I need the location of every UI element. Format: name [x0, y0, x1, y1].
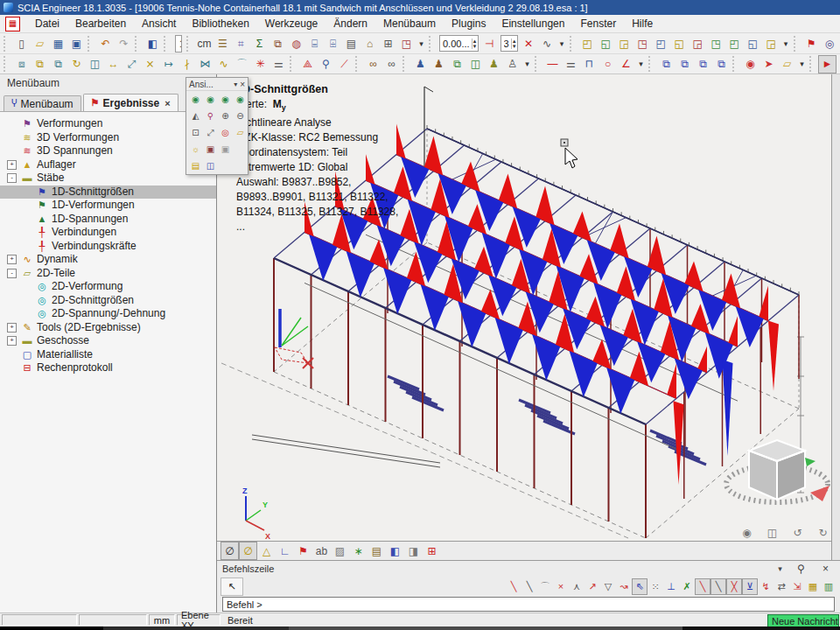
light-icon[interactable]: ☼	[188, 142, 203, 157]
new-folder-icon[interactable]: ▱	[778, 55, 796, 74]
view-z-icon[interactable]: ◉	[218, 92, 233, 107]
disable-snap-icon[interactable]: ✗	[679, 578, 695, 595]
tree-item-tools-2d-ergebnisse[interactable]: +✎Tools (2D-Ergebnisse)	[0, 321, 216, 335]
redo-icon[interactable]: ↷	[115, 34, 133, 52]
snap-tangent-icon[interactable]: ↝	[616, 578, 632, 595]
material-db-icon[interactable]: ☰	[214, 34, 232, 52]
expand-icon[interactable]: +	[7, 336, 17, 346]
snap-mode-3-icon[interactable]: ╳	[726, 578, 742, 595]
tree-item-st-be[interactable]: -▬Stäbe	[0, 172, 216, 186]
activity-icon[interactable]: ⚑	[802, 34, 821, 52]
snap-arc-icon[interactable]: ⌒	[537, 578, 553, 595]
view-manager-icon[interactable]: ▱	[233, 125, 248, 140]
snap-ortho-icon[interactable]: ↯	[758, 578, 774, 595]
dimension-icon[interactable]: ⚌	[562, 55, 580, 74]
camera-walk-icon[interactable]: ⚲	[203, 108, 218, 123]
tree-item-materialliste[interactable]: ▢Materialliste	[0, 348, 216, 362]
clipboard-picture-icon[interactable]: ▤	[188, 158, 203, 173]
menu-ansicht[interactable]: Ansicht	[134, 16, 184, 32]
calculator-icon[interactable]: ⊞	[379, 34, 397, 52]
count-spinner[interactable]: 3▲▼	[500, 35, 518, 52]
menu-einstellungen[interactable]: Einstellungen	[494, 16, 572, 32]
render-settings-icon[interactable]: ▣	[203, 142, 218, 157]
trim-icon[interactable]: ⨯	[141, 55, 159, 74]
break-icon[interactable]: ∤	[178, 55, 196, 74]
zoom-all-icon[interactable]: ⤢	[203, 125, 218, 140]
user-blocks-icon[interactable]: ♟	[485, 55, 503, 74]
grid-edit-icon[interactable]: ▥	[821, 578, 836, 595]
snap-percent-icon[interactable]: ▽	[600, 578, 616, 595]
snap-mode-1-icon[interactable]: ╲	[695, 578, 710, 595]
menu-bearbeiten[interactable]: Bearbeiten	[67, 16, 134, 32]
view-y-icon[interactable]: ◉	[203, 92, 218, 107]
print-icon[interactable]: ▤	[342, 34, 360, 52]
circle-icon[interactable]: ○	[598, 55, 617, 74]
fast-drawing-icon[interactable]: ∅	[239, 542, 257, 560]
dropdown-caret-icon[interactable]: ▾	[522, 55, 533, 74]
dropdown-caret-icon[interactable]: ▾	[416, 34, 427, 52]
dropdown-caret-icon[interactable]: ▾	[556, 34, 568, 52]
menu-hilfe[interactable]: Hilfe	[624, 16, 661, 32]
tree-item-dynamik[interactable]: +∿Dynamik	[0, 253, 216, 267]
close-icon[interactable]: ×	[164, 98, 170, 108]
explode-icon[interactable]: ✳	[251, 55, 270, 74]
pin-icon[interactable]: ⚲	[792, 560, 810, 578]
surface-view-icon[interactable]: ◲	[615, 34, 634, 52]
tree-item-rechenprotokoll[interactable]: ⊟Rechenprotokoll	[0, 361, 216, 375]
dropdown-caret-icon[interactable]: ▾	[796, 55, 808, 74]
fast-display-icon[interactable]: ▾	[780, 34, 792, 52]
paste-add-data-icon[interactable]: ⧉	[676, 55, 694, 74]
menu-datei[interactable]: Datei	[27, 16, 67, 32]
result-display-icon[interactable]: ◱	[744, 34, 762, 52]
erase-icon[interactable]: ▨	[331, 542, 349, 560]
snap-delete-icon[interactable]: ×	[553, 578, 569, 595]
snap-extension-icon[interactable]: ⇲	[789, 578, 805, 595]
table-icon[interactable]: ⊞	[423, 542, 441, 560]
zoom-previous-icon[interactable]: ◎	[218, 125, 233, 140]
scale-graph-icon[interactable]: ∿	[538, 34, 556, 52]
snap-midpoint-icon[interactable]: ↗	[584, 578, 600, 595]
orbit-right-icon[interactable]: ↻	[814, 523, 832, 542]
visibility-icon[interactable]: ◉	[741, 55, 760, 74]
snap-polar-icon[interactable]: ⇄	[774, 578, 789, 595]
numbering-icon[interactable]: ◲	[689, 34, 707, 52]
cut-icon[interactable]: ✕	[520, 34, 538, 52]
menu-men-baum[interactable]: Menübaum	[375, 16, 444, 32]
units-icon[interactable]: cm	[195, 34, 214, 52]
save-icon[interactable]: ▣	[67, 34, 86, 52]
tree-item-1d-verformungen[interactable]: ⚑1D-Verformungen	[0, 199, 216, 213]
results-refresh-icon[interactable]: ►	[836, 55, 840, 74]
menu-ndern[interactable]: Ändern	[326, 16, 375, 32]
align-icon[interactable]: ⚌	[270, 55, 288, 74]
clipping-box-icon[interactable]: ⊓	[580, 55, 598, 74]
angle-icon[interactable]: ∠	[617, 55, 635, 74]
zoom-in-icon[interactable]: ⊕	[218, 108, 233, 123]
concrete-setup-icon[interactable]: ⌸	[305, 34, 324, 52]
report-icon[interactable]: ▤	[368, 542, 386, 560]
angle-spinner[interactable]: 0.00...▲▼	[439, 35, 479, 52]
reverse-orientation-icon[interactable]: ⟋	[335, 55, 354, 74]
chart-axis-icon[interactable]: ∟	[276, 542, 294, 560]
new-project-icon[interactable]: ▯	[12, 34, 31, 52]
zoom-out-icon[interactable]: ⊖	[233, 108, 248, 123]
expand-icon[interactable]: +	[7, 323, 17, 332]
tab-ergebnisse[interactable]: ⚑ Ergebnisse ×	[83, 94, 178, 111]
cross-sections-icon[interactable]: ⌗	[232, 34, 250, 52]
tree-item-1d-spannungen[interactable]: ▲1D-Spannungen	[0, 213, 216, 227]
absence-icon[interactable]: ♟	[411, 55, 430, 74]
line-grid-icon[interactable]: ⊥	[663, 578, 679, 595]
perspective-icon[interactable]: ◭	[188, 108, 203, 123]
tree-item-1d-schnittgr-en[interactable]: ⚑1D-Schnittgrößen	[0, 186, 216, 200]
chevron-down-icon[interactable]: ▾	[234, 80, 237, 88]
table-results-icon[interactable]: ◫	[466, 55, 485, 74]
multicopy-icon[interactable]: ⧉	[49, 55, 67, 74]
stretch-icon[interactable]: ↔	[104, 55, 122, 74]
snap-segment-icon[interactable]: ╲	[522, 578, 537, 595]
project-select[interactable]: 19006 Tennis-Nohe▼	[175, 35, 182, 52]
workspace-panel-icon[interactable]: ◧	[144, 34, 162, 52]
zoom-area-icon[interactable]: ◉	[738, 523, 756, 542]
tree-item-2d-spannung-dehnung[interactable]: ◎2D-Spannung/-Dehnung	[0, 307, 216, 321]
move-icon[interactable]: ⧈	[12, 55, 31, 74]
expand-icon[interactable]: +	[7, 160, 17, 170]
cube-home-icon[interactable]: ◫	[763, 523, 781, 542]
